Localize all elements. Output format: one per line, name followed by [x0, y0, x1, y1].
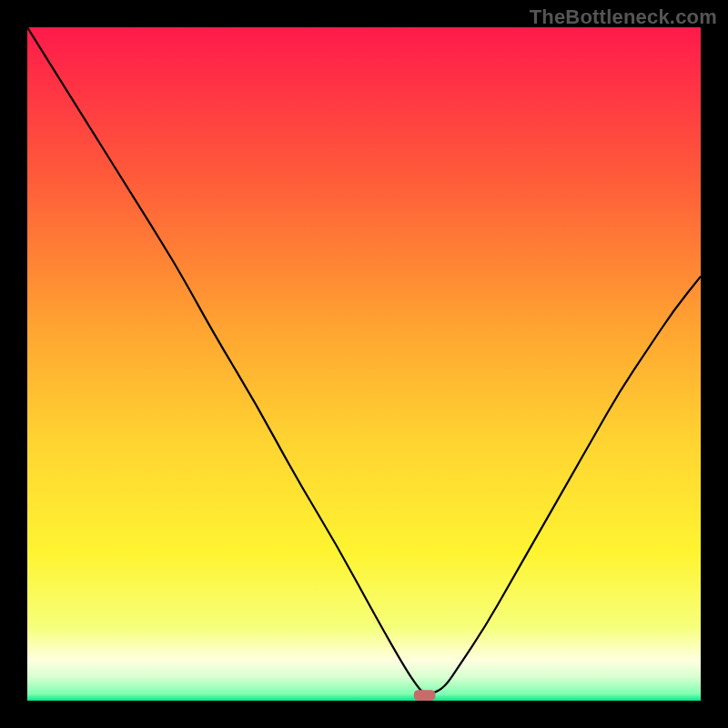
optimal-point-marker [414, 690, 436, 701]
watermark-text: TheBottleneck.com [530, 5, 717, 29]
chart-background-gradient [27, 27, 701, 701]
bottleneck-chart [27, 27, 701, 701]
chart-plot-area [27, 27, 701, 701]
